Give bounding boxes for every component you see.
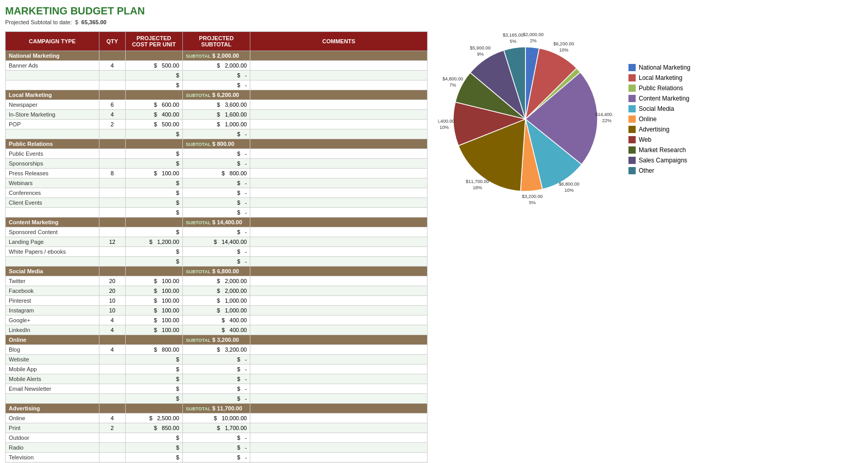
item-qty: 2 (99, 120, 126, 129)
item-subtotal: $ - (182, 149, 250, 159)
item-cost: $ (125, 208, 182, 218)
item-subtotal: $ 2,000.00 (182, 61, 250, 71)
item-qty: 12 (99, 237, 126, 247)
category-comments (250, 335, 428, 345)
item-name: Email Newsletter (6, 384, 99, 394)
item-qty (99, 374, 126, 384)
legend-label: Advertising (639, 126, 669, 133)
item-cost: $ (125, 257, 182, 267)
item-comments (250, 316, 428, 325)
item-cost: $ (125, 71, 182, 80)
item-comments (250, 198, 428, 208)
table-row: White Papers / ebooks $ $ - (6, 247, 428, 257)
item-cost: $ (125, 247, 182, 257)
legend-label: Local Marketing (639, 74, 683, 81)
item-name: Pinterest (6, 296, 99, 306)
legend-label: Social Media (639, 105, 674, 112)
chart-section: $2,000.002%$6,200.0010%$14,400.0022%$6,8… (438, 31, 863, 207)
item-cost: $ (125, 384, 182, 394)
header-comments: COMMENTS (250, 32, 428, 51)
item-name: In-Store Marketing (6, 110, 99, 120)
category-qty (99, 139, 126, 149)
legend-label: Sales Campaigns (639, 157, 687, 164)
pie-svg: $2,000.002%$6,200.0010%$14,400.0022%$6,8… (438, 31, 613, 207)
header-subtotal: PROJECTED SUBTOTAL (182, 32, 250, 51)
item-cost: $ 1,200.00 (125, 237, 182, 247)
item-subtotal: $ 400.00 (182, 316, 250, 325)
category-subtotal: SUBTOTAL $ 2,000.00 (182, 51, 250, 61)
item-comments (250, 453, 428, 462)
pie-label-pct: 2% (530, 38, 537, 43)
category-cost (125, 335, 182, 345)
category-row: Content Marketing SUBTOTAL $ 14,400.00 (6, 218, 428, 227)
main-layout: CAMPAIGN TYPE QTY PROJECTED COST PER UNI… (5, 31, 863, 463)
table-row: Website $ $ - (6, 355, 428, 365)
item-cost: $ (125, 355, 182, 365)
legend-color-box (628, 167, 636, 174)
table-row: Online 4 $ 2,500.00 $ 10,000.00 (6, 414, 428, 423)
pie-label-value: $5,900.00 (470, 45, 490, 51)
item-name: Banner Ads (6, 61, 99, 71)
item-cost: $ 100.00 (125, 306, 182, 316)
item-cost: $ 100.00 (125, 169, 182, 178)
category-qty (99, 335, 126, 345)
legend-item: National Marketing (628, 64, 690, 71)
category-cost (125, 90, 182, 100)
item-name: Website (6, 355, 99, 365)
item-name: Public Events (6, 149, 99, 159)
item-qty: 6 (99, 100, 126, 110)
item-comments (250, 355, 428, 365)
item-qty: 20 (99, 276, 126, 286)
item-name: Sponsored Content (6, 227, 99, 237)
currency-symbol: $ (75, 19, 78, 25)
item-name (6, 129, 99, 139)
pie-label-pct: 9% (477, 52, 484, 57)
item-qty: 10 (99, 296, 126, 306)
item-comments (250, 325, 428, 335)
table-row: LinkedIn 4 $ 100.00 $ 400.00 (6, 325, 428, 335)
table-row: Conferences $ $ - (6, 188, 428, 198)
category-subtotal: SUBTOTAL $ 3,200.00 (182, 335, 250, 345)
category-comments (250, 90, 428, 100)
item-cost: $ (125, 188, 182, 198)
item-name: Mobile Alerts (6, 374, 99, 384)
table-row: Television $ $ - (6, 453, 428, 462)
item-cost: $ 850.00 (125, 423, 182, 433)
item-qty (99, 188, 126, 198)
item-qty: 2 (99, 423, 126, 433)
item-cost: $ 2,500.00 (125, 414, 182, 423)
item-subtotal: $ - (182, 374, 250, 384)
item-name: Radio (6, 443, 99, 453)
header-cost: PROJECTED COST PER UNIT (125, 32, 182, 51)
pie-label-pct: 5% (510, 39, 517, 44)
pie-label-pct: 10% (439, 125, 449, 130)
item-comments (250, 247, 428, 257)
category-cost (125, 139, 182, 149)
table-row: Sponsorships $ $ - (6, 159, 428, 169)
item-qty (99, 129, 126, 139)
item-subtotal: $ - (182, 394, 250, 404)
category-name: Advertising (6, 404, 99, 414)
legend-item: Web (628, 136, 690, 143)
item-comments (250, 71, 428, 80)
item-comments (250, 129, 428, 139)
legend-label: Content Marketing (639, 95, 689, 102)
category-row: National Marketing SUBTOTAL $ 2,000.00 (6, 51, 428, 61)
header-campaign: CAMPAIGN TYPE (6, 32, 99, 51)
item-subtotal: $ 14,400.00 (182, 237, 250, 247)
subtitle-label: Projected Subtotal to date: (5, 19, 72, 25)
item-comments (250, 227, 428, 237)
item-qty (99, 365, 126, 374)
item-subtotal: $ - (182, 71, 250, 80)
item-name: Landing Page (6, 237, 99, 247)
item-name: Webinars (6, 178, 99, 188)
pie-label-value: $6,400.00 (438, 119, 454, 124)
item-name: Outdoor (6, 433, 99, 443)
item-cost: $ (125, 443, 182, 453)
item-name: Conferences (6, 188, 99, 198)
item-subtotal: $ - (182, 257, 250, 267)
table-row: POP 2 $ 500.00 $ 1,000.00 (6, 120, 428, 129)
category-qty (99, 90, 126, 100)
item-name: Client Events (6, 198, 99, 208)
item-subtotal: $ 2,000.00 (182, 276, 250, 286)
